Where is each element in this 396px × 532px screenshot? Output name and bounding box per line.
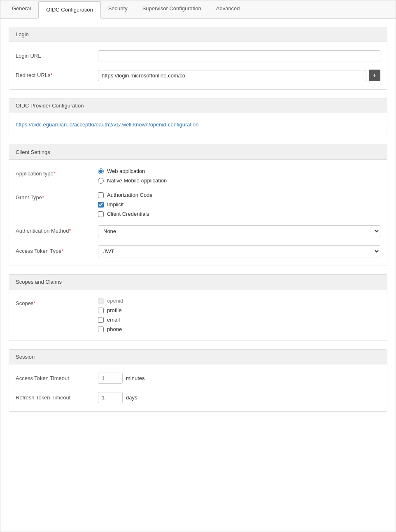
auth-method-control: None client_secret_basic client_secret_p… [98,225,380,237]
grant-type-implicit-input[interactable] [98,202,104,208]
scope-openid-label: openid [107,298,123,304]
auth-method-select[interactable]: None client_secret_basic client_secret_p… [98,225,380,237]
tab-advanced[interactable]: Advanced [209,0,247,19]
redirect-url-input[interactable] [98,70,366,81]
client-settings-section: Client Settings Application type* Web ap… [9,145,387,266]
app-type-native-input[interactable] [98,178,104,184]
scope-phone-checkbox[interactable]: phone [98,326,380,332]
refresh-token-timeout-row: Refresh Token Timeout days [16,392,380,403]
grant-type-client-creds-checkbox[interactable]: Client Credentials [98,211,380,217]
grant-type-client-creds-input[interactable] [98,211,104,217]
content-area: Login Login URL Redirect URLs* [0,19,396,428]
login-url-row: Login URL [16,50,380,61]
access-token-timeout-unit: minutes [126,375,145,381]
access-token-timeout-row: Access Token Timeout minutes [16,373,380,384]
oidc-provider-section-header: OIDC Provider Configuration [9,98,387,113]
app-type-row: Application type* Web application Native… [16,168,380,184]
login-url-label: Login URL [16,50,98,59]
refresh-token-timeout-control: days [98,392,380,403]
tab-bar: General OIDC Configuration Security Supe… [0,0,396,19]
app-type-label: Application type* [16,168,98,177]
auth-method-label: Authentication Method* [16,225,98,234]
session-section: Session Access Token Timeout minutes Ref… [9,349,387,412]
scope-profile-label: profile [107,307,121,313]
grant-type-authcode-label: Authorization Code [107,192,153,198]
redirect-urls-label: Redirect URLs* [16,70,98,78]
redirect-urls-control: + [98,70,380,81]
app-type-web-radio[interactable]: Web application [98,168,380,174]
redirect-url-input-row: + [98,70,380,81]
scope-phone-input[interactable] [98,327,104,332]
login-section: Login Login URL Redirect URLs* [9,27,387,90]
scope-email-input[interactable] [98,317,104,323]
app-type-native-radio[interactable]: Native Mobile Application [98,177,380,184]
login-url-control [98,50,380,61]
scopes-claims-section-body: Scopes* openid profile [9,289,387,341]
auth-method-row: Authentication Method* None client_secre… [16,225,380,237]
refresh-token-timeout-input-row: days [98,392,380,403]
grant-type-client-creds-label: Client Credentials [107,211,149,217]
scope-profile-checkbox[interactable]: profile [98,307,380,313]
access-token-timeout-input[interactable] [98,373,123,384]
tab-oidc-configuration[interactable]: OIDC Configuration [38,1,100,19]
access-token-type-select[interactable]: JWT Reference [98,245,380,257]
session-section-body: Access Token Timeout minutes Refresh Tok… [9,364,387,411]
access-token-type-row: Access Token Type* JWT Reference [16,245,380,257]
oidc-provider-section-body: https://oidc.eguardian.io/acceptto/oauth… [9,113,387,136]
access-token-timeout-control: minutes [98,373,380,384]
grant-type-checkbox-group: Authorization Code Implicit Client Crede… [98,192,380,217]
refresh-token-timeout-unit: days [126,394,137,401]
grant-type-label: Grant Type* [16,192,98,201]
access-token-timeout-label: Access Token Timeout [16,373,98,381]
scope-openid-checkbox: openid [98,298,380,304]
app-type-native-label: Native Mobile Application [107,177,167,184]
grant-type-row: Grant Type* Authorization Code Implicit [16,192,380,217]
access-token-type-label: Access Token Type* [16,245,98,254]
access-token-timeout-input-row: minutes [98,373,380,384]
scope-email-label: email [107,317,120,323]
scopes-claims-section: Scopes and Claims Scopes* openid [9,274,387,341]
app-type-web-label: Web application [107,168,145,174]
scope-email-checkbox[interactable]: email [98,317,380,323]
client-settings-section-body: Application type* Web application Native… [9,160,387,266]
refresh-token-timeout-label: Refresh Token Timeout [16,392,98,401]
login-section-body: Login URL Redirect URLs* + [9,42,387,89]
tab-security[interactable]: Security [101,0,135,19]
login-section-header: Login [9,27,387,42]
grant-type-implicit-label: Implicit [107,201,123,208]
scopes-checkbox-group: openid profile email [98,298,380,332]
scopes-label: Scopes* [16,298,98,306]
access-token-type-control: JWT Reference [98,245,380,257]
app-type-control: Web application Native Mobile Applicatio… [98,168,380,184]
redirect-urls-row: Redirect URLs* + [16,70,380,81]
scopes-claims-section-header: Scopes and Claims [9,275,387,289]
client-settings-section-header: Client Settings [9,145,387,160]
oidc-provider-section: OIDC Provider Configuration https://oidc… [9,98,387,136]
app-type-web-input[interactable] [98,168,104,174]
grant-type-control: Authorization Code Implicit Client Crede… [98,192,380,217]
oidc-provider-link[interactable]: https://oidc.eguardian.io/acceptto/oauth… [16,121,198,128]
scopes-row: Scopes* openid profile [16,298,380,332]
page-wrapper: General OIDC Configuration Security Supe… [0,0,396,532]
scope-openid-input [98,298,104,304]
tab-supervisor-configuration[interactable]: Supervisor Configuration [135,0,209,19]
app-type-radio-group: Web application Native Mobile Applicatio… [98,168,380,184]
refresh-token-timeout-input[interactable] [98,392,123,403]
grant-type-implicit-checkbox[interactable]: Implicit [98,201,380,208]
scopes-control: openid profile email [98,298,380,332]
login-url-input[interactable] [98,50,380,61]
session-section-header: Session [9,350,387,364]
scope-phone-label: phone [107,326,122,332]
add-redirect-url-button[interactable]: + [369,70,380,81]
tab-general[interactable]: General [5,0,38,19]
grant-type-authcode-input[interactable] [98,192,104,198]
grant-type-authcode-checkbox[interactable]: Authorization Code [98,192,380,198]
scope-profile-input[interactable] [98,308,104,313]
